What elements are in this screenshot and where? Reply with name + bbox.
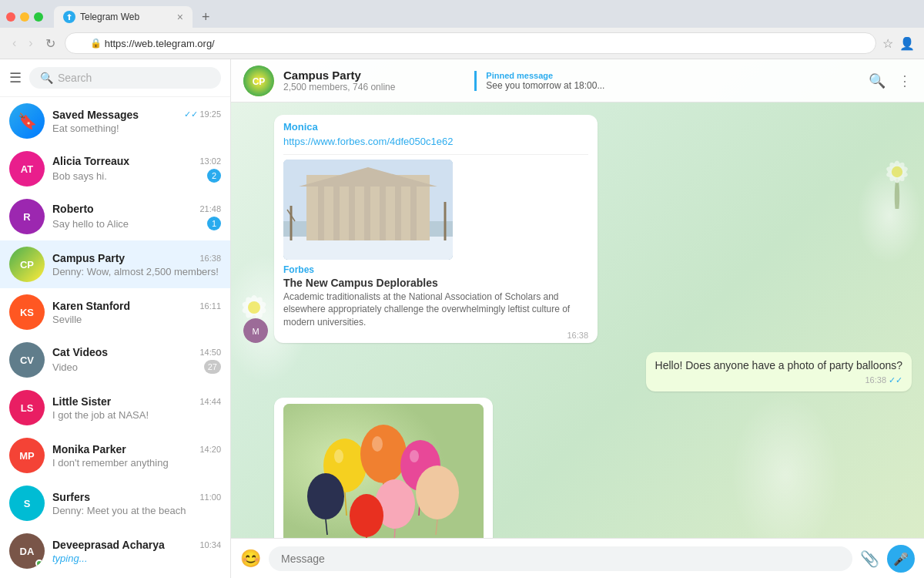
new-tab-btn[interactable]: + [196, 9, 216, 25]
forward-btn[interactable]: › [25, 33, 35, 53]
chat-name: Saved Messages [52, 109, 139, 121]
chat-info: Alicia Torreaux 13:02 Bob says hi. 2 [52, 155, 221, 183]
link-image [283, 160, 453, 260]
chat-item-karen[interactable]: KS Karen Stanford 16:11 Seville [0, 288, 230, 336]
browser-chrome: Telegram Web × + ‹ › ↻ 🔒 https://web.tel… [0, 0, 924, 59]
chat-time: 14:50 [199, 348, 221, 357]
checkmark-icon: ✓✓ [184, 109, 198, 119]
balloon-image [283, 404, 484, 538]
chat-info: Little Sister 14:44 I got the job at NAS… [52, 395, 221, 421]
search-messages-btn[interactable]: 🔍 [869, 72, 886, 89]
message-text: https://www.forbes.com/4dfe050c1e62 [283, 134, 588, 150]
chat-item-campus[interactable]: CP Campus Party 16:38 Denny: Wow, almost… [0, 240, 230, 288]
chat-time: 14:44 [199, 397, 221, 406]
active-tab[interactable]: Telegram Web × [54, 6, 192, 28]
maximize-window-btn[interactable] [34, 12, 43, 22]
hamburger-btn[interactable]: ☰ [9, 69, 22, 86]
sender-avatar: M [243, 318, 268, 343]
chat-item-deveeprasad[interactable]: DA Deveeprasad Acharya 10:34 typing... [0, 527, 230, 575]
chat-header-info: Campus Party 2,500 members, 746 online [283, 69, 465, 92]
search-box[interactable]: 🔍 Search [29, 67, 221, 89]
chat-info: Campus Party 16:38 Denny: Wow, almost 2,… [52, 252, 221, 277]
address-input[interactable]: 🔒 https://web.telegram.org/ [65, 32, 876, 54]
message-sender: Monica [283, 121, 588, 133]
chat-name-row: Monika Parker 14:20 [52, 443, 221, 455]
message-text: Hello! Does anyone have a photo of party… [655, 358, 902, 374]
chat-preview-row: typing... [52, 553, 221, 564]
user-icon[interactable]: 👤 [899, 36, 915, 51]
pinned-message-bar[interactable]: Pinned message See you tomorrow at 18:00… [474, 71, 859, 91]
read-checkmark: ✓✓ [889, 375, 902, 385]
chat-item-monika[interactable]: MP Monika Parker 14:20 I don't remember … [0, 432, 230, 479]
chat-name-row: Karen Stanford 16:11 [52, 300, 221, 312]
chat-time: 16:38 [199, 254, 221, 263]
message-row: Hello! Does anyone have a photo of party… [243, 352, 912, 391]
link-source: Forbes [283, 264, 588, 275]
chat-name-row: Deveeprasad Acharya 10:34 [52, 539, 221, 551]
message-time: 16:38 ✓✓ [655, 375, 902, 385]
chat-item-xian[interactable]: XZ Xian Zhou 10:44 Washington D.C. [0, 575, 230, 578]
chat-info: Deveeprasad Acharya 10:34 typing... [52, 539, 221, 564]
star-icon[interactable]: ☆ [882, 36, 893, 51]
svg-rect-26 [364, 187, 370, 240]
chat-name: Roberto [52, 203, 94, 215]
close-window-btn[interactable] [6, 12, 15, 22]
chat-info: Monika Parker 14:20 I don't remember any… [52, 443, 221, 469]
unread-badge: 1 [207, 217, 221, 230]
chat-time: ✓✓19:25 [184, 109, 221, 119]
chat-preview: Say hello to Alice [52, 218, 204, 230]
svg-rect-28 [395, 187, 401, 240]
link-desc: Academic traditionalists at the National… [283, 291, 588, 329]
svg-rect-25 [349, 187, 355, 240]
message-bubble: Hold on, here it is. 16:38 [274, 398, 493, 538]
svg-text:M: M [252, 327, 259, 336]
emoji-btn[interactable]: 😊 [240, 549, 261, 569]
chat-item-littlesister[interactable]: LS Little Sister 14:44 I got the job at … [0, 384, 230, 432]
chat-name-row: Little Sister 14:44 [52, 395, 221, 408]
chat-item-catvideos[interactable]: CV Cat Videos 14:50 Video 27 [0, 336, 230, 384]
chat-name: Surfers [52, 491, 90, 503]
tab-close-btn[interactable]: × [177, 11, 183, 23]
message-input[interactable] [269, 546, 852, 571]
chat-info: Saved Messages ✓✓19:25 Eat something! [52, 109, 221, 134]
avatar: LS [9, 390, 45, 425]
chat-item-alicia[interactable]: AT Alicia Torreaux 13:02 Bob says hi. 2 [0, 145, 230, 193]
tab-title: Telegram Web [80, 12, 139, 22]
pinned-label: Pinned message [486, 71, 604, 80]
attach-btn[interactable]: 📎 [860, 549, 879, 568]
voice-btn[interactable]: 🎤 [887, 545, 915, 573]
chat-preview-row: Say hello to Alice 1 [52, 217, 221, 230]
back-btn[interactable]: ‹ [9, 33, 19, 53]
svg-line-49 [394, 529, 395, 538]
chat-item-roberto[interactable]: R Roberto 21:48 Say hello to Alice 1 [0, 193, 230, 240]
window-controls [6, 12, 43, 22]
avatar: S [9, 486, 45, 521]
link-preview: Forbes The New Campus Deplorables Academ… [283, 154, 588, 329]
more-options-btn[interactable]: ⋮ [898, 72, 912, 89]
message-row: M [243, 398, 912, 538]
chat-preview: Denny: Meet you at the beach [52, 505, 221, 516]
refresh-btn[interactable]: ↻ [42, 33, 59, 54]
chat-preview: Bob says hi. [52, 170, 204, 182]
svg-rect-24 [333, 187, 340, 240]
avatar: 🔖 [9, 103, 45, 139]
svg-rect-23 [318, 187, 324, 240]
message-bubble: Hello! Does anyone have a photo of party… [646, 352, 912, 391]
minimize-window-btn[interactable] [20, 12, 29, 22]
chat-preview-row: Seville [52, 314, 221, 325]
sidebar: ☰ 🔍 Search 🔖 Saved Messages ✓✓19:25 Eat … [0, 59, 231, 578]
chat-members: 2,500 members, 746 online [283, 82, 465, 92]
sidebar-header: ☰ 🔍 Search [0, 59, 230, 97]
chat-preview-row: Video 27 [52, 360, 221, 374]
chat-info: Cat Videos 14:50 Video 27 [52, 346, 221, 374]
chat-header-actions: 🔍 ⋮ [869, 72, 912, 89]
svg-point-53 [372, 436, 383, 452]
svg-text:CP: CP [253, 76, 266, 87]
chat-preview-row: Eat something! [52, 123, 221, 134]
chat-name: Little Sister [52, 395, 111, 408]
chat-item-surfers[interactable]: S Surfers 11:00 Denny: Meet you at the b… [0, 479, 230, 527]
chat-time: 21:48 [199, 204, 221, 213]
chat-item-saved[interactable]: 🔖 Saved Messages ✓✓19:25 Eat something! [0, 97, 230, 145]
app: ☰ 🔍 Search 🔖 Saved Messages ✓✓19:25 Eat … [0, 59, 924, 578]
chat-preview-row: Denny: Meet you at the beach [52, 505, 221, 516]
